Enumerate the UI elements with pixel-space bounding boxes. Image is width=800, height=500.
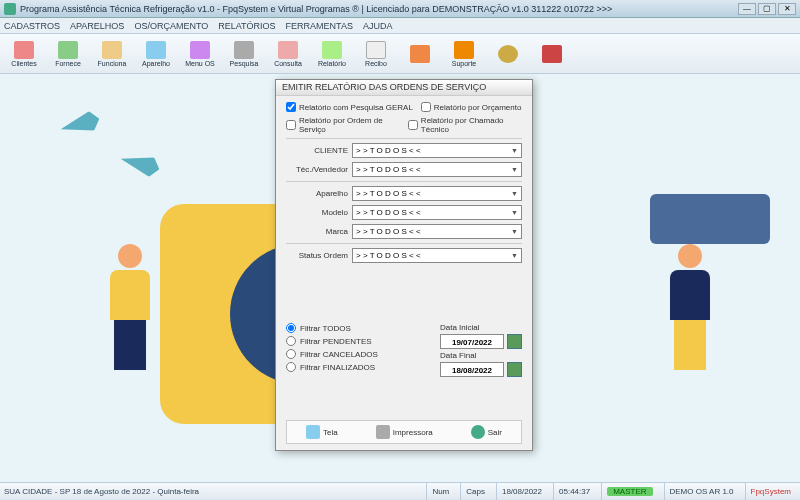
app-icon — [4, 3, 16, 15]
radio-todos[interactable]: Filtrar TODOS — [286, 323, 378, 333]
btn-impressora[interactable]: Impressora — [370, 423, 439, 441]
maximize-button[interactable]: ▢ — [758, 3, 776, 15]
clientes-icon — [14, 41, 34, 59]
chevron-down-icon: ▼ — [511, 190, 518, 197]
label-status: Status Ordem — [286, 251, 348, 260]
bg-razor-icon — [650, 194, 770, 244]
select-aparelho[interactable]: > > T O D O S < <▼ — [352, 186, 522, 201]
label-marca: Marca — [286, 227, 348, 236]
label-data-inicial: Data Inicial — [440, 323, 522, 332]
calendar-button[interactable] — [507, 334, 522, 349]
status-demo: DEMO OS AR 1.0 — [664, 483, 739, 500]
chk-ordemservico[interactable]: Relatório por Ordem de Serviço — [286, 116, 400, 134]
select-tecnico[interactable]: > > T O D O S < <▼ — [352, 162, 522, 177]
select-status[interactable]: > > T O D O S < <▼ — [352, 248, 522, 263]
exit-icon — [542, 45, 562, 63]
radio-cancelados[interactable]: Filtrar CANCELADOS — [286, 349, 378, 359]
input-data-final[interactable]: 18/08/2022 — [440, 362, 504, 377]
radio-pendentes[interactable]: Filtrar PENDENTES — [286, 336, 378, 346]
status-location: SUA CIDADE - SP 18 de Agosto de 2022 - Q… — [4, 487, 199, 496]
input-data-inicial[interactable]: 19/07/2022 — [440, 334, 504, 349]
tool-coin[interactable] — [488, 36, 528, 72]
status-brand: FpqSystem — [751, 487, 791, 496]
tool-suporte[interactable]: Suporte — [444, 36, 484, 72]
bg-plane-icon — [58, 109, 102, 139]
arrow-right-icon — [471, 425, 485, 439]
tool-aparelho[interactable]: Aparelho — [136, 36, 176, 72]
tool-recibo[interactable]: Recibo — [356, 36, 396, 72]
status-date: 18/08/2022 — [496, 483, 547, 500]
menu-cadastros[interactable]: CADASTROS — [4, 21, 60, 31]
consulta-icon — [278, 41, 298, 59]
minimize-button[interactable]: — — [738, 3, 756, 15]
dialog-footer: Tela Impressora Sair — [286, 420, 522, 444]
chk-orcamento[interactable]: Relatório por Orçamento — [421, 102, 522, 112]
select-cliente[interactable]: > > T O D O S < <▼ — [352, 143, 522, 158]
statusbar: SUA CIDADE - SP 18 de Agosto de 2022 - Q… — [0, 482, 800, 500]
tool-funciona[interactable]: Funciona — [92, 36, 132, 72]
tool-fornece[interactable]: Fornece — [48, 36, 88, 72]
label-modelo: Modelo — [286, 208, 348, 217]
radio-finalizados[interactable]: Filtrar FINALIZADOS — [286, 362, 378, 372]
menu-relatorios[interactable]: RELATÓRIOS — [218, 21, 275, 31]
tool-pesquisa[interactable]: Pesquisa — [224, 36, 264, 72]
menu-ajuda[interactable]: AJUDA — [363, 21, 393, 31]
calc-icon — [410, 45, 430, 63]
status-caps: Caps — [460, 483, 490, 500]
menu-os[interactable]: OS/ORÇAMENTO — [134, 21, 208, 31]
screen-icon — [306, 425, 320, 439]
chevron-down-icon: ▼ — [511, 228, 518, 235]
dialog-title: EMITIR RELATÓRIO DAS ORDENS DE SERVIÇO — [276, 80, 532, 96]
chevron-down-icon: ▼ — [511, 209, 518, 216]
chk-chamado[interactable]: Relatório por Chamado Técnico — [408, 116, 522, 134]
printer-icon — [376, 425, 390, 439]
menubar: CADASTROS APARELHOS OS/ORÇAMENTO RELATÓR… — [0, 18, 800, 34]
chevron-down-icon: ▼ — [511, 166, 518, 173]
tool-consulta[interactable]: Consulta — [268, 36, 308, 72]
chevron-down-icon: ▼ — [511, 252, 518, 259]
funciona-icon — [102, 41, 122, 59]
close-button[interactable]: ✕ — [778, 3, 796, 15]
pesquisa-icon — [234, 41, 254, 59]
aparelho-icon — [146, 41, 166, 59]
bg-plane-icon — [118, 149, 162, 179]
bg-person — [660, 244, 720, 374]
canvas: EMITIR RELATÓRIO DAS ORDENS DE SERVIÇO R… — [0, 74, 800, 482]
tool-menuos[interactable]: Menu OS — [180, 36, 220, 72]
bg-person — [100, 244, 160, 374]
select-marca[interactable]: > > T O D O S < <▼ — [352, 224, 522, 239]
status-num: Num — [426, 483, 454, 500]
status-master: MASTER — [607, 487, 652, 496]
calendar-button[interactable] — [507, 362, 522, 377]
toolbar: Clientes Fornece Funciona Aparelho Menu … — [0, 34, 800, 74]
menuos-icon — [190, 41, 210, 59]
window-title: Programa Assistência Técnica Refrigeraçã… — [20, 4, 612, 14]
label-tecnico: Téc./Vendedor — [286, 165, 348, 174]
label-cliente: CLIENTE — [286, 146, 348, 155]
menu-aparelhos[interactable]: APARELHOS — [70, 21, 124, 31]
titlebar: Programa Assistência Técnica Refrigeraçã… — [0, 0, 800, 18]
coin-icon — [498, 45, 518, 63]
tool-exit[interactable] — [532, 36, 572, 72]
relatorio-icon — [322, 41, 342, 59]
chevron-down-icon: ▼ — [511, 147, 518, 154]
recibo-icon — [366, 41, 386, 59]
report-dialog: EMITIR RELATÓRIO DAS ORDENS DE SERVIÇO R… — [275, 79, 533, 451]
label-aparelho: Aparelho — [286, 189, 348, 198]
tool-relatorio[interactable]: Relatório — [312, 36, 352, 72]
label-data-final: Data Final — [440, 351, 522, 360]
btn-sair[interactable]: Sair — [465, 423, 508, 441]
suporte-icon — [454, 41, 474, 59]
select-modelo[interactable]: > > T O D O S < <▼ — [352, 205, 522, 220]
btn-tela[interactable]: Tela — [300, 423, 344, 441]
fornece-icon — [58, 41, 78, 59]
tool-clientes[interactable]: Clientes — [4, 36, 44, 72]
menu-ferramentas[interactable]: FERRAMENTAS — [286, 21, 353, 31]
chk-geral[interactable]: Relatório com Pesquisa GERAL — [286, 102, 413, 112]
tool-calc[interactable] — [400, 36, 440, 72]
status-time: 05:44:37 — [553, 483, 595, 500]
